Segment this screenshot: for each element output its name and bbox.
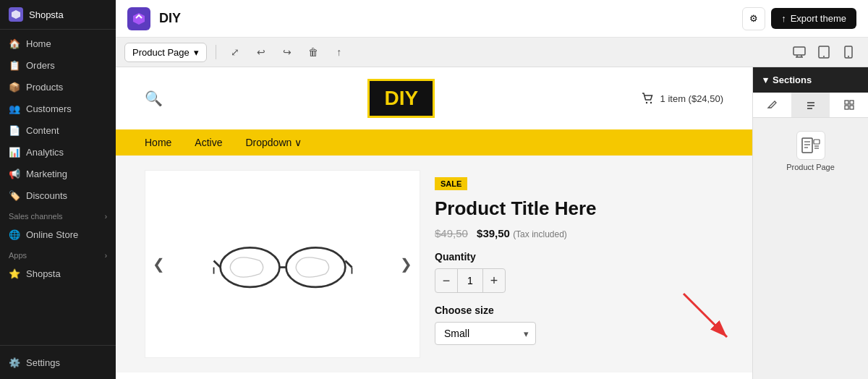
search-icon[interactable]: 🔍 (145, 90, 163, 107)
sidebar-item-customers[interactable]: 👥 Customers (0, 98, 116, 119)
sidebar-item-label: Home (26, 38, 51, 49)
nav-active[interactable]: Active (195, 137, 222, 148)
grid-view-button[interactable] (830, 93, 868, 117)
right-panel: ▾ Sections (752, 67, 868, 379)
size-label: Choose size (435, 305, 709, 316)
svg-point-5 (823, 56, 825, 57)
sidebar-item-home[interactable]: 🏠 Home (0, 33, 116, 54)
qty-minus-button[interactable]: − (435, 269, 457, 292)
main-area: DIY ⚙ ↑ Export theme Product Page ▾ ⤢ ↩ … (116, 0, 868, 379)
export-theme-button[interactable]: ↑ Export theme (771, 8, 856, 29)
toolbar-divider (216, 45, 216, 59)
product-label: Lamp Series 4 (116, 372, 752, 379)
analytics-icon: 📊 (9, 146, 20, 158)
size-select-wrapper: Small Medium Large ▾ (435, 322, 536, 345)
sidebar-nav: 🏠 Home 📋 Orders 📦 Products 👥 Customers 📄… (0, 30, 116, 345)
sidebar-item-label: Settings (26, 357, 60, 368)
shopsta-icon: ⭐ (9, 268, 20, 279)
panel-view-buttons (753, 93, 868, 118)
sidebar-item-content[interactable]: 📄 Content (0, 119, 116, 141)
sidebar-item-orders[interactable]: 📋 Orders (0, 54, 116, 76)
edit-view-button[interactable] (753, 93, 791, 117)
apps-label: Apps › (0, 245, 116, 263)
size-select[interactable]: Small Medium Large (435, 322, 536, 345)
cart-icon (640, 91, 655, 106)
svg-rect-22 (845, 101, 848, 104)
gear-icon: ⚙ (749, 13, 758, 24)
upload-button[interactable]: ↑ (329, 42, 349, 62)
chevron-icon: › (105, 213, 107, 221)
page-selector[interactable]: Product Page ▾ (124, 43, 207, 62)
undo-button[interactable]: ↩ (251, 42, 271, 62)
svg-point-10 (220, 247, 279, 287)
sidebar-item-shopsta[interactable]: ⭐ Shopsta (0, 263, 116, 284)
settings-gear-button[interactable]: ⚙ (742, 7, 765, 30)
sidebar-item-discounts[interactable]: 🏷️ Discounts (0, 184, 116, 206)
orders-icon: 📋 (9, 59, 20, 71)
desktop-view-button[interactable] (788, 42, 810, 62)
nav-dropdown[interactable]: Dropdown ∨ (245, 137, 302, 148)
qty-value: 1 (457, 269, 483, 292)
panel-product-page-item[interactable]: Product Page (760, 125, 861, 177)
product-image-area: ❮ ❯ (145, 170, 420, 358)
sidebar-item-settings[interactable]: ⚙️ Settings (0, 352, 116, 373)
product-title: Product Title Here (435, 197, 709, 220)
sidebar-header: Shopsta (0, 0, 116, 30)
sidebar: Shopsta 🏠 Home 📋 Orders 📦 Products 👥 Cus… (0, 0, 116, 379)
settings-icon: ⚙️ (9, 357, 20, 368)
customers-icon: 👥 (9, 103, 20, 114)
product-info: SALE Product Title Here $49,50 $39,50 (T… (420, 170, 723, 358)
list-view-button[interactable] (791, 93, 830, 117)
collapse-icon[interactable]: ▾ (763, 74, 768, 85)
svg-rect-23 (850, 101, 854, 104)
quantity-control: − 1 + (435, 268, 506, 293)
sidebar-app-name: Shopsta (29, 9, 64, 20)
sidebar-item-marketing[interactable]: 📢 Marketing (0, 163, 116, 184)
delete-button[interactable]: 🗑 (303, 42, 323, 62)
preview-area: 🔍 DIY 1 item ($24,50) Home Active Dropdo… (116, 67, 752, 379)
sidebar-item-online-store[interactable]: 🌐 Online Store (0, 223, 116, 245)
topbar-title: DIY (159, 11, 733, 26)
panel-content: Product Page (753, 118, 868, 184)
svg-rect-24 (845, 106, 848, 109)
tax-text: (Tax included) (513, 229, 567, 239)
discounts-icon: 🏷️ (9, 190, 20, 201)
sidebar-item-label: Shopsta (26, 268, 61, 279)
sidebar-item-label: Customers (26, 103, 72, 114)
sidebar-item-label: Content (26, 125, 59, 136)
chevron-down-icon: ∨ (294, 137, 302, 148)
svg-rect-26 (802, 138, 812, 153)
svg-rect-30 (814, 140, 820, 144)
sidebar-item-label: Orders (26, 60, 55, 71)
svg-line-13 (213, 260, 220, 267)
cart-icon-area[interactable]: 1 item ($24,50) (640, 91, 723, 106)
qty-plus-button[interactable]: + (483, 269, 505, 292)
sidebar-item-products[interactable]: 📦 Products (0, 76, 116, 98)
sidebar-item-analytics[interactable]: 📊 Analytics (0, 141, 116, 163)
sales-channels-label: Sales channels › (0, 206, 116, 223)
product-price: $49,50 $39,50 (Tax included) (435, 227, 709, 239)
page-selector-label: Product Page (132, 47, 190, 58)
mobile-view-button[interactable] (838, 42, 859, 62)
sidebar-item-label: Analytics (26, 147, 64, 158)
online-store-icon: 🌐 (9, 229, 20, 240)
svg-line-14 (345, 260, 352, 267)
sidebar-item-label: Discounts (26, 190, 67, 201)
sidebar-bottom: ⚙️ Settings (0, 345, 116, 379)
content-icon: 📄 (9, 124, 20, 136)
topbar-actions: ⚙ ↑ Export theme (742, 7, 856, 30)
tablet-view-button[interactable] (813, 42, 835, 62)
sale-badge: SALE (435, 177, 467, 190)
svg-point-8 (645, 102, 647, 103)
svg-point-9 (650, 102, 651, 103)
prev-image-button[interactable]: ❮ (153, 255, 165, 273)
svg-point-7 (848, 56, 849, 57)
store-nav: Home Active Dropdown ∨ (116, 129, 752, 156)
next-image-button[interactable]: ❯ (400, 255, 412, 273)
fullscreen-button[interactable]: ⤢ (225, 42, 245, 62)
toolbar: Product Page ▾ ⤢ ↩ ↪ 🗑 ↑ (116, 38, 868, 67)
redo-button[interactable]: ↪ (277, 42, 297, 62)
nav-home[interactable]: Home (145, 137, 171, 148)
marketing-icon: 📢 (9, 168, 20, 179)
sections-label: Sections (773, 74, 812, 85)
